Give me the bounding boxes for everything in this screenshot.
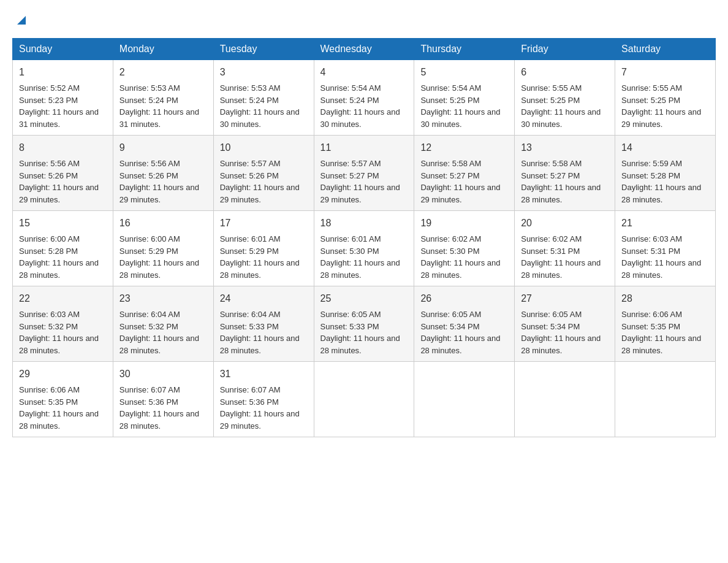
sunrise-info: Sunrise: 5:55 AM [621, 83, 682, 93]
day-number: 15 [19, 216, 107, 231]
sunset-info: Sunset: 5:25 PM [521, 96, 580, 105]
calendar-day-cell: 24Sunrise: 6:04 AMSunset: 5:33 PMDayligh… [213, 286, 314, 362]
sunrise-info: Sunrise: 5:56 AM [119, 159, 180, 168]
sunset-info: Sunset: 5:36 PM [119, 397, 178, 407]
calendar-week-row: 15Sunrise: 6:00 AMSunset: 5:28 PMDayligh… [13, 211, 716, 286]
page-header [12, 12, 716, 28]
calendar-day-cell: 21Sunrise: 6:03 AMSunset: 5:31 PMDayligh… [615, 211, 716, 286]
sunrise-info: Sunrise: 5:56 AM [19, 159, 80, 168]
sunrise-info: Sunrise: 6:00 AM [19, 234, 80, 243]
sunset-info: Sunset: 5:25 PM [621, 96, 680, 105]
day-number: 20 [521, 216, 609, 231]
daylight-info: Daylight: 11 hours and 30 minutes. [220, 107, 300, 129]
sunrise-info: Sunrise: 6:04 AM [119, 310, 180, 319]
col-tuesday: Tuesday [213, 39, 314, 60]
sunset-info: Sunset: 5:35 PM [19, 397, 78, 407]
day-number: 5 [420, 65, 508, 80]
daylight-info: Daylight: 11 hours and 28 minutes. [119, 334, 199, 355]
calendar-day-cell: 28Sunrise: 6:06 AMSunset: 5:35 PMDayligh… [615, 286, 716, 362]
day-number: 18 [320, 216, 408, 231]
calendar-day-cell: 26Sunrise: 6:05 AMSunset: 5:34 PMDayligh… [414, 286, 515, 362]
calendar-day-cell: 17Sunrise: 6:01 AMSunset: 5:29 PMDayligh… [213, 211, 314, 286]
sunset-info: Sunset: 5:34 PM [420, 322, 479, 331]
sunrise-info: Sunrise: 6:07 AM [119, 385, 180, 394]
daylight-info: Daylight: 11 hours and 29 minutes. [220, 183, 300, 204]
sunset-info: Sunset: 5:31 PM [521, 247, 580, 256]
calendar-day-cell: 2Sunrise: 5:53 AMSunset: 5:24 PMDaylight… [113, 60, 213, 136]
calendar-day-cell: 13Sunrise: 5:58 AMSunset: 5:27 PMDayligh… [515, 136, 615, 211]
sunrise-info: Sunrise: 6:06 AM [19, 385, 80, 394]
daylight-info: Daylight: 11 hours and 29 minutes. [420, 183, 500, 204]
sunset-info: Sunset: 5:29 PM [220, 247, 279, 256]
sunrise-info: Sunrise: 5:52 AM [19, 83, 80, 93]
calendar-day-cell: 27Sunrise: 6:05 AMSunset: 5:34 PMDayligh… [515, 286, 615, 362]
day-number: 25 [320, 291, 408, 306]
calendar-day-cell [615, 362, 716, 437]
sunset-info: Sunset: 5:32 PM [119, 322, 178, 331]
day-number: 12 [420, 140, 508, 155]
sunset-info: Sunset: 5:30 PM [420, 247, 479, 256]
sunset-info: Sunset: 5:23 PM [19, 96, 78, 105]
col-sunday: Sunday [13, 39, 113, 60]
day-number: 7 [621, 65, 709, 80]
daylight-info: Daylight: 11 hours and 28 minutes. [119, 258, 199, 280]
daylight-info: Daylight: 11 hours and 28 minutes. [19, 334, 99, 355]
day-number: 19 [420, 216, 508, 231]
day-number: 22 [19, 291, 107, 306]
daylight-info: Daylight: 11 hours and 28 minutes. [220, 258, 300, 280]
calendar-day-cell: 6Sunrise: 5:55 AMSunset: 5:25 PMDaylight… [515, 60, 615, 136]
logo [12, 12, 28, 28]
day-number: 1 [19, 65, 107, 80]
sunset-info: Sunset: 5:24 PM [220, 96, 279, 105]
day-number: 31 [220, 367, 308, 381]
calendar-week-row: 8Sunrise: 5:56 AMSunset: 5:26 PMDaylight… [13, 136, 716, 211]
sunset-info: Sunset: 5:28 PM [621, 171, 680, 180]
day-number: 27 [521, 291, 609, 306]
col-thursday: Thursday [414, 39, 515, 60]
day-number: 29 [19, 367, 107, 381]
sunrise-info: Sunrise: 6:01 AM [320, 234, 381, 243]
day-number: 23 [119, 291, 207, 306]
col-monday: Monday [113, 39, 213, 60]
daylight-info: Daylight: 11 hours and 29 minutes. [621, 107, 701, 129]
calendar-day-cell: 10Sunrise: 5:57 AMSunset: 5:26 PMDayligh… [213, 136, 314, 211]
calendar-day-cell: 19Sunrise: 6:02 AMSunset: 5:30 PMDayligh… [414, 211, 515, 286]
day-number: 6 [521, 65, 609, 80]
day-number: 26 [420, 291, 508, 306]
calendar-table: Sunday Monday Tuesday Wednesday Thursday… [12, 38, 716, 437]
sunrise-info: Sunrise: 5:57 AM [320, 159, 381, 168]
day-number: 8 [19, 140, 107, 155]
calendar-day-cell: 8Sunrise: 5:56 AMSunset: 5:26 PMDaylight… [13, 136, 113, 211]
calendar-day-cell: 12Sunrise: 5:58 AMSunset: 5:27 PMDayligh… [414, 136, 515, 211]
calendar-day-cell: 3Sunrise: 5:53 AMSunset: 5:24 PMDaylight… [213, 60, 314, 136]
sunset-info: Sunset: 5:26 PM [19, 171, 78, 180]
sunset-info: Sunset: 5:26 PM [119, 171, 178, 180]
calendar-day-cell: 18Sunrise: 6:01 AMSunset: 5:30 PMDayligh… [314, 211, 414, 286]
sunset-info: Sunset: 5:31 PM [621, 247, 680, 256]
day-number: 9 [119, 140, 207, 155]
daylight-info: Daylight: 11 hours and 28 minutes. [220, 334, 300, 355]
calendar-day-cell: 9Sunrise: 5:56 AMSunset: 5:26 PMDaylight… [113, 136, 213, 211]
sunset-info: Sunset: 5:33 PM [220, 322, 279, 331]
calendar-day-cell: 25Sunrise: 6:05 AMSunset: 5:33 PMDayligh… [314, 286, 414, 362]
sunrise-info: Sunrise: 6:01 AM [220, 234, 281, 243]
day-number: 4 [320, 65, 408, 80]
sunset-info: Sunset: 5:30 PM [320, 247, 379, 256]
sunset-info: Sunset: 5:34 PM [521, 322, 580, 331]
sunset-info: Sunset: 5:28 PM [19, 247, 78, 256]
daylight-info: Daylight: 11 hours and 30 minutes. [521, 107, 601, 129]
sunset-info: Sunset: 5:27 PM [521, 171, 580, 180]
sunset-info: Sunset: 5:24 PM [119, 96, 178, 105]
sunrise-info: Sunrise: 6:02 AM [420, 234, 481, 243]
sunrise-info: Sunrise: 6:06 AM [621, 310, 682, 319]
day-number: 28 [621, 291, 709, 306]
sunrise-info: Sunrise: 6:03 AM [19, 310, 80, 319]
daylight-info: Daylight: 11 hours and 30 minutes. [420, 107, 500, 129]
daylight-info: Daylight: 11 hours and 28 minutes. [119, 409, 199, 431]
calendar-day-cell: 14Sunrise: 5:59 AMSunset: 5:28 PMDayligh… [615, 136, 716, 211]
sunrise-info: Sunrise: 6:07 AM [220, 385, 281, 394]
sunrise-info: Sunrise: 5:54 AM [320, 83, 381, 93]
calendar-header-row: Sunday Monday Tuesday Wednesday Thursday… [13, 39, 716, 60]
calendar-day-cell: 7Sunrise: 5:55 AMSunset: 5:25 PMDaylight… [615, 60, 716, 136]
sunrise-info: Sunrise: 5:59 AM [621, 159, 682, 168]
